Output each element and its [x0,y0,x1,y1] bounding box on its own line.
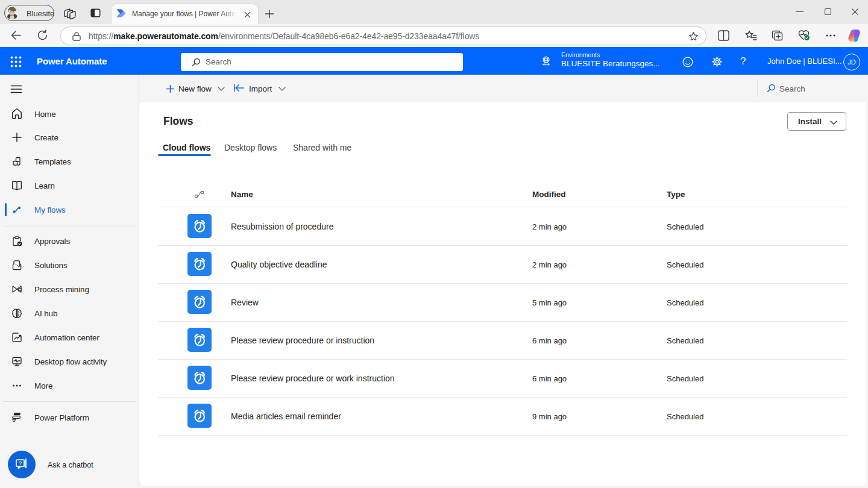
svg-text:?: ? [19,460,22,466]
